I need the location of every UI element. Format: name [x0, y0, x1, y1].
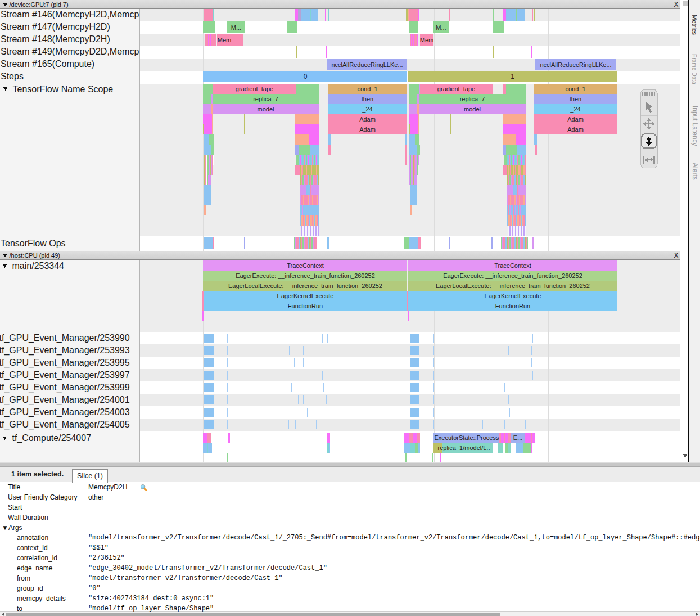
svg-text:ncclAllReduceRingLLKe...: ncclAllReduceRingLLKe...	[331, 61, 403, 68]
svg-text:model: model	[258, 106, 274, 113]
svg-text:Stream #149(MemcpyD2D,Memcpy: Stream #149(MemcpyD2D,Memcpy	[1, 47, 143, 56]
svg-text:then: then	[570, 96, 581, 102]
svg-text:gradient_tape: gradient_tape	[437, 86, 475, 92]
svg-text:Mem: Mem	[420, 37, 433, 43]
svg-text:X: X	[674, 251, 678, 259]
svg-text:tf_GPU_Event_Manager/253997: tf_GPU_Event_Manager/253997	[0, 370, 130, 380]
svg-text:TraceContext: TraceContext	[494, 262, 531, 269]
svg-text:0: 0	[304, 73, 308, 80]
svg-text:EagerExecute: __inference_trai: EagerExecute: __inference_train_function…	[443, 272, 582, 279]
svg-text:EagerKernelExecute: EagerKernelExecute	[277, 293, 334, 299]
svg-text:/device:GPU:7 (pid 7): /device:GPU:7 (pid 7)	[10, 1, 69, 8]
svg-text:tf_GPU_Event_Manager/254001: tf_GPU_Event_Manager/254001	[0, 395, 130, 405]
svg-text:TensorFlow Name Scope: TensorFlow Name Scope	[13, 84, 114, 94]
svg-text:model: model	[464, 106, 481, 113]
svg-text:_24: _24	[362, 106, 372, 113]
svg-text:EagerLocalExecute: __inference: EagerLocalExecute: __inference_train_fun…	[228, 282, 382, 289]
svg-text:EagerLocalExecute: __inference: EagerLocalExecute: __inference_train_fun…	[436, 282, 590, 289]
svg-text:replica_7: replica_7	[253, 96, 278, 102]
svg-text:tf_GPU_Event_Manager/253995: tf_GPU_Event_Manager/253995	[0, 358, 130, 368]
svg-text:Stream #165(Compute): Stream #165(Compute)	[1, 59, 94, 69]
svg-text:_24: _24	[570, 106, 580, 113]
svg-text:cond_1: cond_1	[357, 86, 377, 92]
svg-text:tf_Compute/254007: tf_Compute/254007	[12, 433, 92, 443]
svg-text:/host:CPU (pid 49): /host:CPU (pid 49)	[10, 252, 60, 259]
svg-text:Adam: Adam	[359, 116, 376, 123]
svg-text:then: then	[362, 96, 373, 102]
svg-text:1: 1	[511, 73, 514, 80]
svg-text:tf_GPU_Event_Manager/253993: tf_GPU_Event_Manager/253993	[0, 345, 130, 356]
svg-text:tf_GPU_Event_Manager/253999: tf_GPU_Event_Manager/253999	[0, 383, 130, 393]
svg-text:Steps: Steps	[1, 71, 24, 81]
svg-text:M...: M...	[436, 24, 446, 31]
svg-text:replica_1/model/t...: replica_1/model/t...	[438, 444, 490, 451]
svg-text:E...: E...	[513, 434, 523, 441]
svg-text:Stream #148(MemcpyD2H): Stream #148(MemcpyD2H)	[1, 34, 110, 44]
svg-text:tf_GPU_Event_Manager/254003: tf_GPU_Event_Manager/254003	[0, 407, 130, 417]
svg-text:EagerKernelExecute: EagerKernelExecute	[485, 293, 541, 299]
svg-text:Adam: Adam	[359, 126, 376, 133]
svg-text:Adam: Adam	[567, 116, 584, 123]
svg-text:Stream #147(MemcpyH2D): Stream #147(MemcpyH2D)	[1, 22, 110, 32]
svg-text:cond_1: cond_1	[565, 86, 585, 92]
svg-text:FunctionRun: FunctionRun	[495, 303, 530, 309]
svg-text:Stream #146(MemcpyH2D,Memcpy: Stream #146(MemcpyH2D,Memcpy	[1, 10, 143, 19]
svg-text:FunctionRun: FunctionRun	[288, 303, 323, 309]
svg-text:TraceContext: TraceContext	[287, 262, 324, 269]
svg-text:replica_7: replica_7	[460, 96, 485, 102]
svg-text:main/253344: main/253344	[12, 261, 65, 271]
svg-text:ncclAllReduceRingLLKe...: ncclAllReduceRingLLKe...	[540, 61, 611, 68]
svg-text:gradient_tape: gradient_tape	[236, 86, 273, 92]
svg-text:TensorFlow Ops: TensorFlow Ops	[1, 239, 66, 248]
svg-text:tf_GPU_Event_Manager/254005: tf_GPU_Event_Manager/254005	[0, 420, 130, 430]
svg-text:X: X	[674, 1, 678, 8]
svg-text:Mem: Mem	[218, 37, 231, 43]
svg-text:M...: M...	[231, 24, 241, 31]
svg-text:ExecutorState::Process: ExecutorState::Process	[435, 434, 499, 441]
svg-text:Adam: Adam	[567, 126, 584, 133]
svg-text:tf_GPU_Event_Manager/253990: tf_GPU_Event_Manager/253990	[0, 333, 130, 343]
svg-text:EagerExecute: __inference_trai: EagerExecute: __inference_train_function…	[236, 272, 375, 279]
